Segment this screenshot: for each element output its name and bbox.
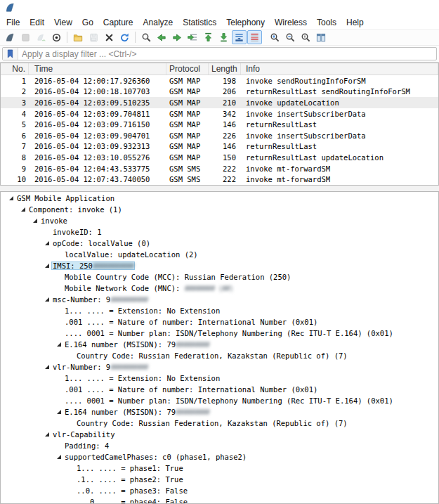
previous-packet-button[interactable] (155, 30, 169, 44)
expander-icon[interactable] (54, 342, 63, 347)
capture-options-button[interactable] (49, 30, 64, 44)
expander-icon[interactable] (18, 207, 27, 212)
tree-item[interactable]: vlr-Capability (1, 429, 438, 440)
menu-item-tools[interactable]: Tools (312, 16, 341, 29)
tree-item[interactable]: vlr-Number: 9########## (1, 361, 438, 373)
column-header-time[interactable]: Time (29, 63, 166, 75)
previous-packet-icon (156, 32, 167, 43)
tree-item[interactable]: Padding: 4 (1, 440, 438, 451)
tree-item[interactable]: 1... .... = phase1: True (1, 463, 438, 474)
colorize-toggle[interactable] (247, 30, 262, 44)
column-header-length[interactable]: Length (209, 63, 241, 75)
packet-cell-length: 222 (209, 164, 241, 173)
zoom-in-button[interactable] (268, 30, 282, 44)
menu-item-edit[interactable]: Edit (25, 16, 49, 29)
menu-item-capture[interactable]: Capture (98, 16, 138, 29)
menu-item-telephony[interactable]: Telephony (221, 16, 270, 29)
tree-item[interactable]: msc-Number: 9########## (1, 294, 438, 305)
tree-item[interactable]: 1... .... = Extension: No Extension (1, 305, 438, 316)
reload-button[interactable] (117, 30, 132, 44)
tree-item-label: IMSI: 250 (53, 261, 93, 270)
restart-capture-button (34, 30, 48, 44)
tree-item-label: 1... .... = phase1: True (77, 464, 183, 472)
menu-item-file[interactable]: File (1, 16, 25, 29)
tree-item-label: .... 0001 = Number plan: ISDN/Telephony … (65, 329, 393, 337)
autoscroll-toggle[interactable] (232, 30, 247, 44)
goto-packet-button[interactable] (185, 30, 200, 44)
tree-item[interactable]: .001 .... = Nature of number: Internatio… (1, 316, 438, 328)
display-filter-input[interactable] (18, 49, 436, 59)
pane-splitter[interactable] (0, 186, 439, 191)
close-file-button[interactable] (102, 30, 117, 44)
tree-item[interactable]: Mobile Network Code (MNC): ######## (##) (1, 283, 438, 294)
tree-item[interactable]: E.164 number (MSISDN): 79######### (1, 406, 438, 418)
tree-item[interactable]: opCode: localValue (0) (1, 238, 438, 249)
expander-icon[interactable] (42, 264, 51, 268)
menu-item-statistics[interactable]: Statistics (178, 16, 221, 29)
tree-item[interactable]: Country Code: Russian Federation, Kazaks… (1, 350, 438, 361)
last-packet-button[interactable] (216, 30, 231, 44)
expander-icon[interactable] (54, 410, 63, 414)
expander-icon[interactable] (6, 196, 15, 200)
expander-icon[interactable] (42, 432, 51, 437)
packet-row-5[interactable]: 52016-05-04 12:03:09.716150GSM MAP146ret… (1, 119, 438, 130)
tree-item[interactable]: .... 0001 = Number plan: ISDN/Telephony … (1, 395, 438, 406)
tree-item-label: opCode: localValue (0) (53, 239, 150, 247)
redacted-text: ########## (110, 295, 148, 304)
tree-item[interactable]: Component: invoke (1) (1, 204, 438, 215)
tree-item[interactable]: invoke (1, 215, 438, 226)
packet-cell-protocol: GSM MAP (166, 110, 209, 118)
open-file-button[interactable] (71, 30, 86, 44)
menu-item-view[interactable]: View (49, 16, 77, 29)
tree-item-text: E.164 number (MSISDN): 79######### (63, 340, 211, 349)
menu-item-go[interactable]: Go (77, 16, 98, 29)
tree-item[interactable]: .... 0001 = Number plan: ISDN/Telephony … (1, 328, 438, 339)
packet-row-6[interactable]: 62016-05-04 12:03:09.904701GSM MAP226inv… (1, 130, 438, 141)
tree-item[interactable]: E.164 number (MSISDN): 79######### (1, 339, 438, 350)
next-packet-button[interactable] (170, 30, 185, 44)
tree-item[interactable]: ..0. .... = phase3: False (1, 485, 438, 496)
menu-item-help[interactable]: Help (341, 16, 369, 29)
tree-item[interactable]: .1.. .... = phase2: True (1, 474, 438, 485)
packet-cell-no: 5 (1, 120, 29, 129)
packet-row-1[interactable]: 12016-05-04 12:00:17.926360GSM MAP198inv… (1, 75, 438, 86)
packet-row-4[interactable]: 42016-05-04 12:03:09.704811GSM MAP342inv… (1, 108, 438, 119)
tree-item[interactable]: Mobile Country Code (MCC): Russian Feder… (1, 271, 438, 283)
expander-icon[interactable] (42, 365, 51, 369)
packet-row-10[interactable]: 102016-05-04 12:07:43.740050GSM SMS222in… (1, 174, 438, 185)
tree-item-label: vlr-Capability (53, 430, 115, 439)
tree-item[interactable]: 1... .... = Extension: No Extension (1, 373, 438, 384)
packet-row-9[interactable]: 92016-05-04 12:04:43.533775GSM SMS222inv… (1, 163, 438, 174)
tree-item[interactable]: invokeID: 1 (1, 226, 438, 238)
find-packet-button[interactable] (139, 30, 154, 44)
packet-row-7[interactable]: 72016-05-04 12:03:09.932313GSM MAP146ret… (1, 141, 438, 153)
first-packet-button[interactable] (201, 30, 216, 44)
expander-icon[interactable] (42, 297, 51, 302)
packet-row-2[interactable]: 22016-05-04 12:00:18.107703GSM MAP206ret… (1, 86, 438, 98)
tree-item[interactable]: supportedCamelPhases: c0 (phase1, phase2… (1, 451, 438, 463)
tree-item[interactable]: Country Code: Russian Federation, Kazaks… (1, 418, 438, 429)
tree-item[interactable]: IMSI: 250########### (1, 260, 438, 271)
column-header-no[interactable]: No. (1, 63, 29, 75)
tree-item[interactable]: .001 .... = Nature of number: Internatio… (1, 384, 438, 395)
tree-item[interactable]: GSM Mobile Application (1, 193, 438, 204)
column-header-info[interactable]: Info (241, 63, 438, 75)
start-capture-button[interactable] (3, 30, 18, 44)
tree-item-label: Mobile Network Code (MNC): (65, 284, 185, 292)
zoom-out-button[interactable] (283, 30, 298, 44)
resize-columns-button[interactable] (314, 30, 329, 44)
packet-cell-protocol: GSM MAP (166, 98, 209, 107)
expander-icon[interactable] (54, 455, 63, 459)
expander-icon[interactable] (30, 219, 39, 223)
zoom-original-button[interactable] (299, 30, 313, 44)
expander-icon[interactable] (42, 241, 51, 245)
menu-item-wireless[interactable]: Wireless (270, 16, 312, 29)
packet-row-8[interactable]: 82016-05-04 12:03:10.055276GSM MAP150ret… (1, 152, 438, 163)
column-header-protocol[interactable]: Protocol (166, 63, 209, 75)
packet-row-3[interactable]: 32016-05-04 12:03:09.510235GSM MAP210inv… (1, 97, 438, 108)
menu-item-analyze[interactable]: Analyze (138, 16, 178, 29)
tree-item[interactable]: localValue: updateLocation (2) (1, 249, 438, 260)
packet-cell-protocol: GSM MAP (166, 120, 209, 129)
filter-bookmark-button[interactable] (3, 48, 18, 60)
tree-item[interactable]: ...0 .... = phase4: False (1, 496, 438, 504)
